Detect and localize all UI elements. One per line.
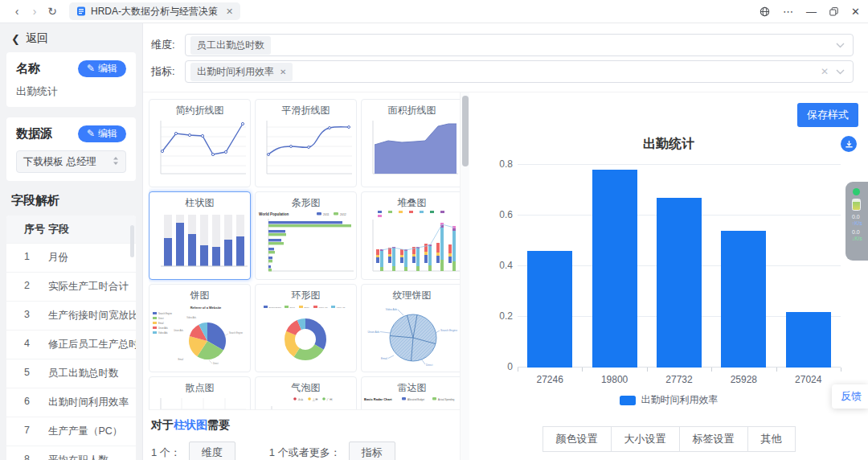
x-axis-label: 25928: [711, 374, 776, 385]
mini-radar-chart: Basic Radar Chart Allocated Budget Actua…: [362, 393, 462, 409]
bar: [527, 251, 572, 368]
svg-text:Union Ads: Union Ads: [367, 331, 379, 334]
chart-type-bubble[interactable]: 气泡图 北京 上海 广州: [255, 376, 357, 409]
mini-area-chart: [362, 116, 462, 183]
svg-text:上海: 上海: [313, 398, 319, 401]
dimension-label: 维度:: [151, 38, 185, 52]
chart-settings-group: 颜色设置 大小设置 标签设置 其他: [481, 426, 857, 452]
chart-type-area-line[interactable]: 面积折线图: [361, 99, 463, 187]
edit-datasource-button[interactable]: ✎ 编辑: [78, 125, 126, 142]
table-row: 5员工出勤总时数: [6, 359, 136, 388]
svg-text:Email: Email: [158, 322, 164, 325]
chart-type-texture-pie[interactable]: 纹理饼图: [361, 284, 463, 372]
indicator-req-button[interactable]: 指标: [349, 442, 395, 460]
chart-type-scatter[interactable]: 散点图: [149, 376, 251, 409]
nav-refresh-icon[interactable]: ↻: [43, 3, 61, 19]
clear-select-icon[interactable]: ✕: [821, 66, 829, 77]
name-card: 名称 ✎ 编辑 出勤统计: [6, 52, 136, 107]
chart-title: 出勤统计: [643, 137, 694, 150]
chart-type-horizontal-bar[interactable]: 条形图 World Population 2011 2012: [255, 191, 357, 280]
svg-text:Search Engine: Search Engine: [269, 306, 282, 309]
svg-text:Video Ads: Video Ads: [186, 316, 196, 319]
minimize-icon[interactable]: —: [806, 6, 817, 18]
datasource-value: 下载模板 总经理: [23, 155, 96, 169]
download-icon: [845, 140, 854, 149]
bar: [721, 231, 766, 368]
svg-text:Basic Radar Chart: Basic Radar Chart: [364, 397, 392, 401]
dimension-req-button[interactable]: 维度: [189, 442, 235, 460]
other-settings-button[interactable]: 其他: [747, 426, 796, 452]
mini-donut-chart: Search Engine Direct Email Union Ads Vid…: [256, 301, 356, 368]
chart-type-pie[interactable]: 饼图 Search Engine Direct Email Union Ads …: [149, 284, 251, 372]
close-window-icon[interactable]: ✕: [851, 6, 860, 18]
svg-text:2012: 2012: [340, 213, 346, 216]
globe-icon[interactable]: [760, 6, 770, 17]
gallery-scrollbar-thumb[interactable]: [462, 96, 469, 166]
pencil-icon: ✎: [87, 128, 95, 139]
window-titlebar: ‹ › ↻ HRDA-大数据分析与经营决策 ✕ ⋯ — ✕: [0, 0, 868, 23]
legend-swatch: [620, 396, 636, 405]
chart-type-donut[interactable]: 环形图 Search Engine Direct Email Union Ads…: [255, 284, 357, 372]
status-dot-icon: [853, 188, 860, 195]
size-settings-button[interactable]: 大小设置: [611, 426, 680, 452]
svg-text:Union Ads: Union Ads: [158, 327, 169, 330]
table-row: 4修正后员工生产总时数: [6, 330, 136, 359]
nav-forward-icon[interactable]: ›: [26, 3, 43, 19]
requirement-title: 对于柱状图需要: [151, 418, 466, 433]
pencil-icon: ✎: [87, 63, 95, 74]
browser-tab[interactable]: HRDA-大数据分析与经营决策 ✕: [69, 2, 240, 20]
download-speed-unit: ↓K/s: [852, 236, 868, 241]
indicator-label: 指标:: [151, 64, 185, 79]
chart-type-bar-selected[interactable]: 柱状图: [149, 191, 251, 280]
fields-scrollbar-thumb[interactable]: [130, 225, 134, 257]
svg-text:Video Ads: Video Ads: [337, 306, 346, 309]
nav-back-icon[interactable]: ‹: [8, 3, 26, 19]
chart-type-radar[interactable]: 雷达图 Basic Radar Chart Allocated Budget A…: [361, 376, 463, 409]
back-label: 返回: [26, 31, 48, 46]
download-speed-value: 0.0: [852, 229, 868, 236]
mini-stacked-chart: [362, 208, 462, 276]
fields-section-title: 字段解析: [11, 193, 131, 208]
indicator-select[interactable]: 出勤时间利用效率 ✕ ✕: [185, 60, 854, 83]
svg-text:Search Engine: Search Engine: [229, 331, 244, 335]
dimension-count-label: 1 个：: [151, 446, 181, 460]
bar: [657, 198, 702, 368]
datasource-select[interactable]: 下载模板 总经理: [16, 150, 126, 173]
download-chart-button[interactable]: [841, 136, 857, 152]
chart-type-simple-line[interactable]: 简约折线图: [149, 99, 251, 187]
remove-tag-icon[interactable]: ✕: [280, 68, 286, 76]
label-settings-button[interactable]: 标签设置: [679, 426, 748, 452]
chart-legend[interactable]: 出勤时间利用效率: [481, 393, 857, 407]
svg-text:Email: Email: [305, 306, 309, 309]
dimension-select[interactable]: 员工出勤总时数: [185, 34, 854, 56]
svg-text:北京: 北京: [298, 398, 305, 401]
chart-requirements: 对于柱状图需要 1 个： 维度 1 个或者更多： 指标: [149, 409, 469, 460]
mini-scatter-chart: [149, 393, 250, 409]
chart-type-smooth-line[interactable]: 平滑折线图: [255, 99, 357, 187]
restore-icon[interactable]: [829, 7, 838, 16]
gallery-scroll-area: 简约折线图 平滑折线图: [149, 92, 469, 409]
back-button[interactable]: ❮ 返回: [0, 23, 142, 52]
chevron-left-icon: ❮: [11, 33, 20, 45]
more-menu-icon[interactable]: ⋯: [783, 6, 793, 18]
bar: [786, 312, 831, 368]
table-row: 7生产产量（PC）: [6, 417, 136, 446]
x-axis-label: 27024: [776, 374, 841, 385]
svg-text:Actual Spending: Actual Spending: [438, 398, 455, 401]
network-monitor-widget[interactable]: 0.0 ↑K/s 0.0 ↓K/s: [845, 182, 868, 261]
tab-close-icon[interactable]: ✕: [226, 6, 233, 17]
mini-bubble-chart: 北京 上海 广州: [256, 393, 356, 409]
bar-slot: 27024: [776, 165, 841, 368]
chevron-down-icon: [836, 69, 845, 75]
svg-text:Union Ads: Union Ads: [174, 329, 184, 332]
tab-title: HRDA-大数据分析与经营决策: [91, 5, 218, 18]
chart-type-stacked-bar[interactable]: 堆叠图: [361, 191, 463, 280]
save-style-button[interactable]: 保存样式: [797, 103, 858, 127]
color-settings-button[interactable]: 颜色设置: [542, 426, 612, 452]
svg-text:World Population: World Population: [259, 212, 289, 216]
edit-name-button[interactable]: ✎ 编辑: [78, 60, 126, 77]
upload-speed-unit: ↑K/s: [852, 220, 868, 226]
feedback-button[interactable]: 反馈: [832, 384, 868, 409]
battery-icon: [852, 199, 861, 211]
table-row: 3生产衔接时间宽放比例: [6, 301, 136, 330]
